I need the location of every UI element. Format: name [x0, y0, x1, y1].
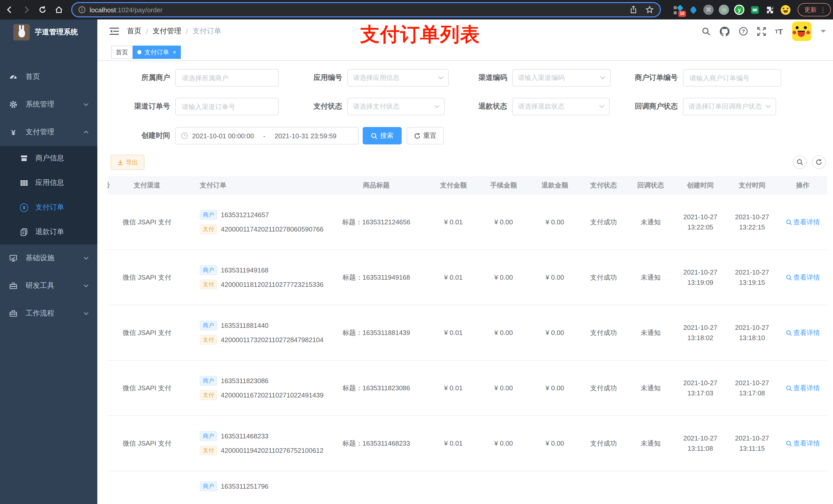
toggle-search-button[interactable] — [793, 155, 807, 169]
sidebar-item-app-info[interactable]: 应用信息 — [0, 171, 97, 195]
export-button[interactable]: 导出 — [111, 155, 144, 170]
table-row: 21 微信 JSAPI 支付 商户1635312124657 支付4200001… — [108, 195, 827, 250]
extension-y-icon[interactable]: y — [734, 5, 744, 15]
view-detail-link[interactable]: 查看详情 — [778, 272, 827, 283]
help-icon[interactable]: ? — [738, 27, 748, 36]
sidebar-item-devtools[interactable]: 研发工具 — [0, 272, 97, 299]
breadcrumb: 首页 / 支付管理 / 支付订单 — [127, 27, 221, 36]
hamburger-icon[interactable] — [110, 27, 119, 35]
cell-fee: ¥ 0.00 — [478, 383, 529, 393]
merchant-tag: 商户 — [200, 376, 217, 386]
view-detail-link[interactable]: 查看详情 — [778, 383, 827, 393]
url-bar[interactable]: localhost:1024/pay/order — [71, 2, 661, 18]
sidebar-menu: 首页 系统管理 ¥ 支付管理 — [0, 63, 97, 327]
search-icon[interactable] — [701, 27, 710, 35]
cell-channel: 微信 JSAPI 支付 — [119, 217, 175, 227]
breadcrumb-home[interactable]: 首页 — [127, 27, 141, 36]
sidebar-item-pay[interactable]: ¥ 支付管理 — [0, 118, 97, 146]
browser-menu-icon[interactable]: ⋮ — [820, 6, 826, 14]
sidebar-item-pay-order[interactable]: ¥ 支付订单 — [0, 195, 97, 220]
col-amount: 支付金额 — [429, 181, 478, 190]
sidebar-item-merchant-info[interactable]: 商户信息 — [0, 146, 97, 171]
sidebar: 芋道管理系统 首页 系统管理 ¥ 支付管理 — [0, 20, 97, 504]
reset-button[interactable]: 重置 — [407, 127, 444, 144]
close-icon[interactable]: × — [173, 49, 176, 56]
refund-status-select[interactable]: 请选择退款状态 — [512, 98, 610, 115]
font-size-icon[interactable]: TT — [775, 27, 783, 35]
col-pay-time: 支付时间 — [726, 181, 778, 190]
reload-icon[interactable] — [36, 3, 49, 16]
notify-status-select[interactable]: 请选择订单回调商户状态 — [683, 98, 776, 115]
github-icon[interactable] — [719, 26, 729, 36]
filter-pay-status: 支付状态 请选择支付状态 — [295, 98, 445, 115]
pay-tag: 支付 — [200, 224, 217, 234]
search-button[interactable]: 搜索 — [363, 127, 402, 144]
share-icon[interactable] — [629, 6, 637, 14]
extension-grid-icon[interactable]: 10 — [673, 5, 683, 15]
chevron-down-icon — [83, 255, 89, 261]
toolbox-icon — [9, 309, 18, 317]
col-order: 支付订单 — [175, 181, 324, 190]
merchant-input[interactable] — [175, 69, 279, 87]
active-dot — [137, 50, 141, 54]
sidebar-item-infra[interactable]: 基础设施 — [0, 244, 97, 272]
pay-tag: 支付 — [200, 280, 217, 290]
tab-home[interactable]: 首页 — [111, 46, 133, 59]
channel-order-no-input[interactable] — [175, 98, 279, 115]
cell-order: 商户1635311949168 支付4200001181202110277723… — [175, 265, 324, 290]
fullscreen-icon[interactable] — [757, 27, 766, 35]
sidebar-item-workflow[interactable]: 工作流程 — [0, 299, 97, 327]
cell-amount: ¥ 0.01 — [429, 217, 478, 227]
sidebar-item-system[interactable]: 系统管理 — [0, 91, 97, 118]
browser-update-button[interactable]: 更新 ⋮ — [798, 3, 831, 16]
svg-text:?: ? — [742, 28, 745, 34]
site-info-icon — [78, 6, 86, 13]
breadcrumb-pay[interactable]: 支付管理 — [153, 27, 181, 36]
view-detail-link[interactable]: 查看详情 — [778, 438, 827, 449]
extension-emoji-icon[interactable] — [780, 5, 790, 15]
home-icon[interactable] — [52, 3, 66, 16]
pay-status-select[interactable]: 请选择支付状态 — [347, 98, 445, 115]
search-icon — [371, 133, 378, 139]
avatar[interactable] — [792, 22, 811, 41]
cell-notify: 未通知 — [626, 217, 675, 227]
view-detail-link[interactable]: 查看详情 — [778, 328, 827, 338]
bookmark-star-icon[interactable] — [645, 6, 654, 14]
col-actions: 操作 — [778, 181, 827, 190]
cell-notify: 未通知 — [626, 383, 675, 393]
cell-status: 支付成功 — [580, 328, 626, 338]
cell-id: 17 — [108, 438, 119, 449]
tab-pay-order[interactable]: 支付订单 × — [133, 46, 181, 59]
extension-chat-icon[interactable] — [749, 5, 760, 15]
filter-label: 所属商户 — [123, 73, 175, 82]
merchant-order-no-input[interactable] — [683, 69, 781, 87]
forward-icon[interactable] — [20, 3, 33, 16]
app-logo[interactable]: 芋道管理系统 — [0, 20, 97, 45]
gear-icon — [9, 100, 18, 109]
caret-down-icon[interactable] — [821, 29, 826, 33]
extensions-puzzle-icon[interactable] — [765, 5, 775, 15]
extension-kite-icon[interactable] — [688, 5, 698, 15]
extension-command-icon[interactable]: ⌘ — [704, 5, 714, 15]
url-path: :1024/pay/order — [116, 6, 163, 14]
sidebar-item-refund-order[interactable]: 退款订单 — [0, 220, 97, 244]
merchant-tag: 商户 — [200, 265, 217, 275]
create-time-range-picker[interactable]: 2021-10-01 00:00:00 - 2021-10-31 23:59:5… — [175, 127, 359, 144]
yen-icon: ¥ — [9, 128, 18, 136]
view-detail-link[interactable]: 查看详情 — [778, 217, 827, 227]
extension-dot-icon[interactable] — [719, 5, 729, 15]
merchant-tag: 商户 — [200, 482, 217, 491]
cell-notify: 未通知 — [626, 438, 675, 449]
app-select[interactable]: 请选择应用信息 — [347, 69, 449, 87]
back-icon[interactable] — [3, 3, 16, 16]
channel-code-select[interactable]: 请输入渠道编码 — [512, 69, 611, 87]
col-create-time: 创建时间 — [675, 181, 726, 190]
shop-icon — [20, 154, 28, 162]
sidebar-item-home[interactable]: 首页 — [0, 63, 97, 91]
browser-chrome: localhost:1024/pay/order 10 ⌘ y 更 — [0, 0, 833, 20]
chevron-down-icon — [83, 283, 89, 289]
url-host: localhost — [90, 6, 116, 14]
cell-create-time: 2021-10-2713:22:05 — [675, 212, 726, 232]
cell-title: 标题：1635311949168 — [324, 272, 429, 283]
refresh-table-button[interactable] — [812, 155, 826, 169]
